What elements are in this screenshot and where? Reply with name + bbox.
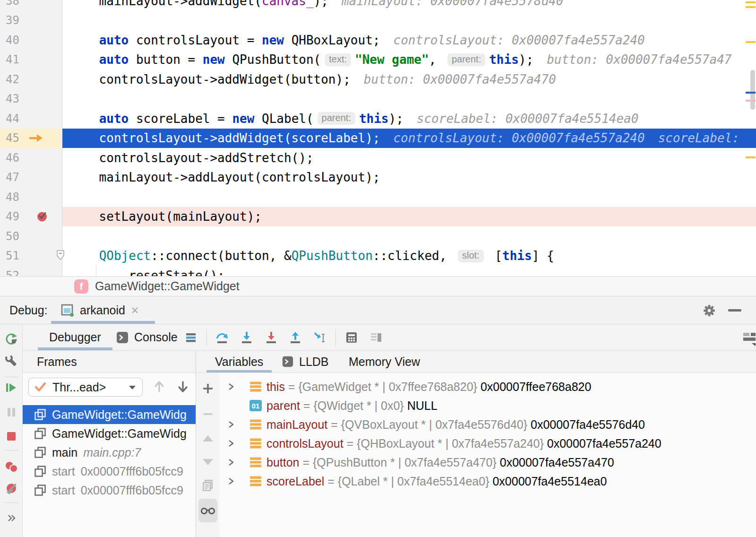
breadcrumb-function-name[interactable]: GameWidget::GameWidget bbox=[95, 279, 240, 293]
copy-icon[interactable] bbox=[201, 479, 215, 492]
stack-frame-row[interactable]: start0x00007fff6b05fcc9 bbox=[23, 481, 196, 500]
threads-view-icon[interactable] bbox=[369, 331, 383, 344]
expand-chevron-icon[interactable] bbox=[227, 476, 239, 486]
view-breakpoints-icon[interactable] bbox=[5, 460, 18, 474]
resume-icon[interactable] bbox=[5, 381, 18, 394]
code-line: 48 bbox=[0, 187, 756, 207]
line-number[interactable]: 40 bbox=[0, 34, 19, 47]
settings-wrench-icon[interactable] bbox=[5, 354, 18, 367]
line-number[interactable]: 42 bbox=[0, 73, 19, 86]
code-token: ); bbox=[519, 52, 533, 67]
layout-settings-icon[interactable] bbox=[742, 331, 756, 344]
parameter-hint-chip: text: bbox=[325, 53, 351, 66]
variables-list: this = {GameWidget * | 0x7ffee768a820} 0… bbox=[219, 377, 756, 491]
pause-icon[interactable] bbox=[5, 406, 18, 419]
run-to-cursor-icon[interactable] bbox=[313, 331, 326, 344]
close-icon[interactable] bbox=[130, 306, 139, 315]
show-execution-point-icon[interactable] bbox=[184, 331, 198, 344]
gutter-cell[interactable]: 41 bbox=[0, 50, 62, 70]
stack-frame-row[interactable]: start0x00007fff6b05fcc9 bbox=[23, 462, 196, 481]
rerun-icon[interactable] bbox=[5, 332, 18, 346]
frame-up-icon[interactable] bbox=[151, 379, 167, 395]
gutter-cell[interactable]: 52 bbox=[0, 266, 62, 276]
tab-debugger[interactable]: Debugger bbox=[38, 324, 112, 350]
gutter-cell[interactable]: 43 bbox=[0, 89, 62, 109]
gutter-cell[interactable]: 49 bbox=[0, 207, 62, 227]
variable-row[interactable]: 01parent = {QWidget * | 0x0} NULL bbox=[219, 396, 756, 415]
editor-scrollbar[interactable] bbox=[750, 70, 755, 110]
thread-selector[interactable]: Thr...ead> bbox=[28, 378, 143, 397]
gutter-cell[interactable]: 42 bbox=[0, 69, 62, 89]
gutter-cell[interactable]: 44 bbox=[0, 109, 62, 129]
line-number[interactable]: 38 bbox=[0, 0, 19, 8]
expand-chevron-icon[interactable] bbox=[227, 382, 239, 391]
code-text bbox=[62, 187, 756, 207]
equals-sign: = bbox=[300, 456, 313, 469]
frame-title: main bbox=[52, 446, 77, 459]
line-number[interactable]: 44 bbox=[0, 112, 19, 125]
tab-console[interactable]: Console bbox=[110, 324, 183, 350]
gutter-cell[interactable]: 39 bbox=[0, 11, 62, 31]
code-line: 46 controlsLayout->addStretch(); bbox=[0, 148, 756, 168]
more-actions-icon[interactable] bbox=[5, 511, 18, 524]
stop-icon[interactable] bbox=[5, 430, 18, 443]
gutter-cell[interactable]: 50 bbox=[0, 226, 62, 246]
line-number[interactable]: 51 bbox=[0, 249, 19, 262]
line-number[interactable]: 43 bbox=[0, 92, 19, 105]
line-number[interactable]: 52 bbox=[0, 269, 19, 276]
gutter-cell[interactable]: 46 bbox=[0, 148, 62, 168]
minimize-icon[interactable] bbox=[728, 309, 741, 312]
tab-variables[interactable]: Variables bbox=[206, 351, 272, 372]
tab-memory-view[interactable]: Memory View bbox=[349, 351, 420, 372]
line-number[interactable]: 49 bbox=[0, 210, 19, 223]
gutter-cell[interactable]: 47 bbox=[0, 168, 62, 188]
line-number[interactable]: 48 bbox=[0, 191, 19, 204]
session-tab-arkanoid[interactable]: arkanoid bbox=[51, 296, 155, 324]
variable-row[interactable]: mainLayout = {QVBoxLayout * | 0x7fa4e557… bbox=[219, 415, 756, 434]
fold-marker-icon[interactable] bbox=[56, 250, 65, 262]
gutter-cell[interactable]: 45 bbox=[0, 129, 62, 148]
scroll-down-icon[interactable] bbox=[201, 455, 215, 468]
frame-down-icon[interactable] bbox=[175, 379, 191, 395]
gutter-cell[interactable]: 48 bbox=[0, 187, 62, 207]
expand-chevron-icon[interactable] bbox=[227, 458, 239, 467]
stack-frame-icon bbox=[34, 446, 46, 459]
variable-row[interactable]: scoreLabel = {QLabel * | 0x7fa4e5514ea0}… bbox=[219, 472, 756, 491]
variable-row[interactable]: button = {QPushButton * | 0x7fa4e557a470… bbox=[219, 453, 756, 472]
stack-frame-row[interactable]: mainmain.cpp:7 bbox=[23, 443, 196, 462]
variable-row[interactable]: this = {GameWidget * | 0x7ffee768a820} 0… bbox=[219, 377, 756, 396]
expand-chevron-icon[interactable] bbox=[227, 420, 239, 429]
breakpoint-icon[interactable] bbox=[37, 211, 48, 222]
force-step-into-icon[interactable] bbox=[265, 331, 278, 344]
gutter-cell[interactable]: 40 bbox=[0, 30, 62, 50]
expand-chevron-icon[interactable] bbox=[227, 439, 239, 448]
step-out-icon[interactable] bbox=[289, 331, 302, 344]
step-into-icon[interactable] bbox=[240, 331, 253, 344]
session-tab-label: arkanoid bbox=[80, 303, 125, 317]
scroll-up-icon[interactable] bbox=[201, 432, 215, 445]
line-number[interactable]: 50 bbox=[0, 230, 19, 243]
line-number[interactable]: 39 bbox=[0, 14, 19, 27]
line-number[interactable]: 46 bbox=[0, 151, 19, 165]
stack-frame-row[interactable]: GameWidget::GameWidg bbox=[23, 424, 196, 443]
code-token: QHBoxLayout; bbox=[284, 33, 380, 47]
line-number[interactable]: 47 bbox=[0, 171, 19, 184]
code-token: canvas_ bbox=[262, 0, 314, 8]
inline-values-glasses-icon[interactable] bbox=[198, 499, 217, 522]
remove-watch-icon[interactable] bbox=[201, 407, 215, 421]
variable-name: mainLayout bbox=[266, 418, 327, 431]
line-number[interactable]: 41 bbox=[0, 53, 19, 66]
tab-lldb[interactable]: LLDB bbox=[282, 351, 329, 372]
code-token: scoreLabel = bbox=[129, 112, 232, 126]
step-over-icon[interactable] bbox=[215, 331, 229, 344]
settings-gear-icon[interactable] bbox=[702, 303, 716, 318]
gutter-cell[interactable]: 51 bbox=[0, 246, 62, 266]
variable-row[interactable]: controlsLayout = {QHBoxLayout * | 0x7fa4… bbox=[219, 434, 756, 453]
mute-breakpoints-icon[interactable] bbox=[5, 482, 18, 495]
add-watch-icon[interactable] bbox=[201, 382, 215, 395]
stack-frame-row[interactable]: GameWidget::GameWidg bbox=[23, 405, 196, 424]
line-number[interactable]: 45 bbox=[0, 131, 19, 145]
panel-headers: Frames Variables LLDB Memory View bbox=[23, 351, 756, 373]
evaluate-expression-icon[interactable] bbox=[345, 331, 358, 344]
gutter-cell[interactable]: 38 bbox=[0, 0, 62, 11]
